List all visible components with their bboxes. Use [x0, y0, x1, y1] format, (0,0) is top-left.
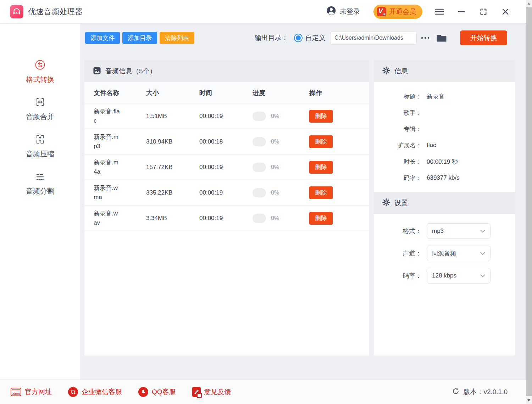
scrollbar-thumb[interactable] — [526, 7, 532, 396]
col-size: 大小 — [146, 89, 199, 97]
scrollbar-down-arrow-icon[interactable] — [527, 399, 530, 402]
delete-button[interactable]: 删除 — [309, 212, 333, 225]
add-directory-button[interactable]: 添加目录 — [122, 32, 157, 44]
minimize-button[interactable] — [456, 7, 466, 17]
info-fields: 标题： 新录音 歌手： 专辑： 扩展名： flac 时长： 00:00:19 秒… — [374, 82, 515, 192]
delete-button[interactable]: 删除 — [309, 110, 333, 123]
file-time: 00:00:19 — [199, 113, 253, 120]
progress-value: 0% — [271, 113, 279, 119]
file-list-panel: 音频信息（5个） 文件名称 大小 时间 进度 操作 新录音.flac 1.51M… — [84, 60, 369, 355]
delete-button[interactable]: 删除 — [309, 135, 333, 148]
settings-row: 格式： mp3 — [374, 223, 515, 239]
progress-cell: 0% — [253, 188, 309, 197]
footer: .com 官方网址 企业微信客服 QQ客服 — [0, 380, 526, 404]
info-label: 时长： — [374, 158, 422, 166]
sidebar-item-label: 格式转换 — [26, 75, 54, 84]
version-label: 版本：v2.0.1.0 — [463, 387, 508, 397]
qq-icon — [138, 387, 148, 397]
settings-section-header: 设置 — [374, 192, 515, 214]
user-account-button[interactable]: 未登录 — [326, 6, 360, 17]
progress-value: 0% — [271, 190, 279, 196]
info-value: 00:00:19 秒 — [427, 158, 458, 166]
info-label: 标题： — [374, 92, 422, 101]
col-action: 操作 — [309, 89, 369, 97]
app-logo-icon — [10, 5, 23, 18]
info-row: 标题： 新录音 — [374, 88, 515, 105]
info-row: 歌手： — [374, 105, 515, 121]
file-panel-header: 音频信息（5个） — [84, 60, 369, 82]
open-folder-button[interactable] — [437, 34, 447, 42]
scrollbar-up-arrow-icon[interactable] — [527, 2, 530, 5]
sidebar-item-audio-merge[interactable]: 音频合并 — [0, 96, 80, 122]
browse-more-button[interactable] — [420, 36, 430, 40]
file-size: 157.72KB — [146, 164, 199, 171]
footer-link-label: 官方网址 — [25, 387, 52, 397]
progress-cell: 0% — [253, 214, 309, 223]
feedback-link[interactable]: 意见反馈 — [192, 387, 231, 397]
delete-button[interactable]: 删除 — [309, 161, 333, 174]
file-time: 00:00:19 — [199, 164, 253, 171]
file-name: 新录音.wma — [94, 184, 121, 202]
start-convert-button[interactable]: 开始转换 — [460, 30, 507, 45]
title-bar: 优速音频处理器 未登录 V IP 开通会员 — [0, 0, 526, 23]
info-section-header: 信息 — [374, 60, 515, 82]
file-time: 00:00:18 — [199, 138, 253, 145]
add-file-button[interactable]: 添加文件 — [85, 32, 120, 44]
menu-button[interactable] — [434, 7, 444, 17]
right-panel: 信息 标题： 新录音 歌手： 专辑： 扩展名： flac 时长： 00:00:1… — [374, 60, 515, 355]
progress-bar — [253, 214, 266, 223]
gear-icon — [382, 67, 390, 76]
format-select[interactable]: mp3 — [427, 223, 491, 239]
file-size: 335.22KB — [146, 189, 199, 196]
settings-label: 声道： — [374, 249, 422, 258]
col-progress: 进度 — [253, 89, 309, 97]
col-time: 时间 — [199, 89, 253, 97]
wechat-support-link[interactable]: 企业微信客服 — [68, 387, 122, 397]
sidebar-item-label: 音频合并 — [26, 112, 54, 122]
file-name: 新录音.mp3 — [94, 133, 121, 151]
file-time: 00:00:19 — [199, 215, 253, 222]
bitrate-select[interactable]: 128 kbps — [427, 268, 491, 284]
audio-merge-icon — [34, 96, 46, 108]
version-info: 版本：v2.0.1.0 — [452, 387, 508, 397]
sidebar-item-audio-compress[interactable]: 音频压缩 — [0, 134, 80, 159]
channel-select[interactable]: 同源音频 — [427, 246, 491, 261]
delete-button[interactable]: 删除 — [309, 186, 333, 199]
clear-list-button[interactable]: 清除列表 — [160, 32, 194, 44]
toolbar: 添加文件 添加目录 清除列表 输出目录： 自定义 开始转换 — [85, 30, 507, 45]
audio-compress-icon — [34, 134, 46, 145]
app-window: 优速音频处理器 未登录 V IP 开通会员 — [0, 0, 532, 404]
qq-support-link[interactable]: QQ客服 — [138, 387, 176, 397]
titlebar-right: 未登录 V IP 开通会员 — [326, 5, 510, 19]
scrollbar[interactable] — [526, 0, 532, 404]
info-label: 歌手： — [374, 109, 422, 117]
maximize-button[interactable] — [478, 7, 488, 17]
app-title: 优速音频处理器 — [28, 7, 83, 17]
chevron-down-icon — [480, 252, 485, 255]
output-dir-label: 输出目录： — [255, 33, 288, 43]
table-row: 新录音.mp3 310.94KB 00:00:18 0% 删除 — [84, 129, 369, 155]
info-value: flac — [427, 142, 436, 149]
file-time: 00:00:19 — [199, 189, 253, 196]
custom-dir-radio[interactable] — [295, 34, 302, 41]
format-convert-icon — [34, 59, 46, 71]
official-site-link[interactable]: .com 官方网址 — [11, 387, 52, 397]
footer-link-label: 企业微信客服 — [82, 387, 122, 397]
info-row: 扩展名： flac — [374, 137, 515, 153]
sidebar-item-audio-split[interactable]: 音频分割 — [0, 171, 80, 196]
info-row: 专辑： — [374, 121, 515, 137]
user-avatar-icon — [326, 6, 336, 17]
sidebar-item-format-convert[interactable]: 格式转换 — [0, 59, 80, 84]
settings-row: 声道： 同源音频 — [374, 246, 515, 261]
table-header: 文件名称 大小 时间 进度 操作 — [84, 82, 369, 103]
feedback-icon — [192, 387, 201, 397]
vip-membership-button[interactable]: V IP 开通会员 — [373, 5, 422, 19]
progress-bar — [253, 112, 266, 121]
settings-label: 码率： — [374, 271, 422, 280]
output-path-input[interactable] — [331, 32, 417, 45]
bitrate-select-value: 128 kbps — [432, 272, 456, 279]
file-name: 新录音.flac — [94, 107, 121, 125]
vip-icon: V IP — [377, 7, 386, 16]
file-size: 310.94KB — [146, 138, 199, 145]
close-button[interactable] — [500, 7, 510, 17]
